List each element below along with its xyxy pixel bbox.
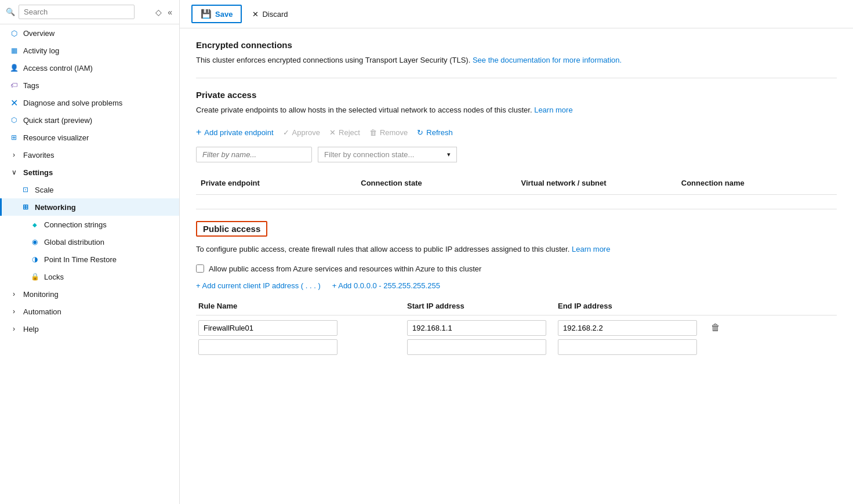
collapse-icon[interactable]: « — [166, 6, 173, 18]
scale-icon: ⊡ — [21, 185, 30, 194]
expand-icon: › — [9, 150, 19, 159]
allow-azure-services-checkbox[interactable] — [196, 264, 204, 273]
main-content: 💾 Save ✕ Discard Encrypted connections T… — [180, 0, 853, 504]
automation-expand-icon: › — [9, 307, 19, 316]
private-access-description: Create private endpoints to allow hosts … — [196, 104, 837, 116]
remove-button[interactable]: 🗑 Remove — [369, 126, 408, 139]
sidebar-item-label: Tags — [23, 81, 172, 90]
refresh-label: Refresh — [426, 128, 453, 137]
activity-log-icon: ▦ — [9, 46, 19, 55]
diamond-icon[interactable]: ◇ — [154, 6, 163, 18]
sidebar-item-scale[interactable]: ⊡ Scale — [0, 181, 179, 198]
sidebar-item-settings[interactable]: ∨ Settings — [0, 164, 179, 181]
sidebar-item-help[interactable]: › Help — [0, 320, 179, 338]
public-access-description: To configure public access, create firew… — [196, 244, 837, 255]
col-actions — [706, 302, 729, 310]
search-icon: 🔍 — [6, 8, 15, 16]
reject-icon: ✕ — [329, 128, 336, 137]
rule-name-input-empty[interactable] — [198, 339, 337, 355]
encrypted-connections-title: Encrypted connections — [196, 40, 837, 50]
sidebar-item-quick-start[interactable]: ⬡ Quick start (preview) — [0, 111, 179, 129]
private-access-section: Private access Create private endpoints … — [196, 90, 837, 195]
add-private-endpoint-label: Add private endpoint — [204, 128, 273, 137]
col-private-endpoint: Private endpoint — [196, 176, 356, 190]
delete-rule-button[interactable]: 🗑 — [709, 320, 723, 335]
private-access-actions: + Add private endpoint ✓ Approve ✕ Rejec… — [196, 125, 837, 140]
add-icon: + — [196, 127, 201, 137]
point-in-time-icon: ◑ — [30, 255, 39, 264]
sidebar-item-access-control[interactable]: 👤 Access control (IAM) — [0, 59, 179, 77]
discard-button[interactable]: ✕ Discard — [244, 7, 296, 21]
col-virtual-network: Virtual network / subnet — [517, 176, 677, 190]
sidebar-item-label: Settings — [23, 168, 172, 177]
firewall-rule-row: 🗑 — [196, 320, 837, 336]
firewall-rules-table: Rule Name Start IP address End IP addres… — [196, 302, 837, 355]
sidebar-item-label: Networking — [35, 203, 172, 212]
rule-name-cell — [196, 320, 405, 336]
filter-name-input[interactable] — [196, 147, 312, 162]
firewall-rule-row-empty — [196, 339, 837, 355]
approve-button[interactable]: ✓ Approve — [283, 126, 320, 139]
remove-label: Remove — [380, 128, 408, 137]
public-access-learn-more-link[interactable]: Learn more — [572, 245, 610, 253]
help-expand-icon: › — [9, 324, 19, 333]
sidebar-item-resource-visualizer[interactable]: ⊞ Resource visualizer — [0, 129, 179, 146]
resource-visualizer-icon: ⊞ — [9, 133, 19, 142]
search-input[interactable] — [19, 5, 135, 19]
save-button[interactable]: 💾 Save — [191, 5, 242, 23]
trash-icon: 🗑 — [711, 322, 720, 332]
sidebar-item-overview[interactable]: ⬡ Overview — [0, 24, 179, 42]
sidebar-item-point-in-time[interactable]: ◑ Point In Time Restore — [0, 251, 179, 268]
end-ip-cell-empty — [556, 339, 706, 355]
sidebar-item-automation[interactable]: › Automation — [0, 303, 179, 320]
sidebar-item-favorites[interactable]: › Favorites — [0, 146, 179, 164]
encrypted-connections-section: Encrypted connections This cluster enfor… — [196, 40, 837, 66]
tags-icon: 🏷 — [9, 81, 19, 90]
col-connection-state: Connection state — [356, 176, 516, 190]
sidebar-item-label: Access control (IAM) — [23, 64, 172, 72]
end-ip-input-empty[interactable] — [558, 339, 697, 355]
sidebar-item-label: Connection strings — [44, 220, 172, 229]
filter-state-dropdown[interactable]: Filter by connection state... ▾ — [318, 147, 457, 162]
sidebar-item-tags[interactable]: 🏷 Tags — [0, 77, 179, 94]
monitoring-expand-icon: › — [9, 289, 19, 299]
public-access-checkbox-row: Allow public access from Azure services … — [196, 264, 837, 273]
approve-label: Approve — [292, 128, 320, 137]
reject-label: Reject — [339, 128, 360, 137]
end-ip-input[interactable] — [558, 320, 697, 336]
sidebar-item-label: Help — [23, 325, 172, 333]
filter-state-label: Filter by connection state... — [324, 150, 447, 159]
sidebar-item-connection-strings[interactable]: ◆ Connection strings — [0, 216, 179, 233]
filter-row: Filter by connection state... ▾ — [196, 147, 837, 162]
encrypted-connections-link[interactable]: See the documentation for more informati… — [473, 56, 622, 64]
rule-name-input[interactable] — [198, 320, 337, 336]
refresh-button[interactable]: ↻ Refresh — [417, 126, 453, 139]
col-start-ip: Start IP address — [405, 302, 556, 310]
private-access-learn-more-link[interactable]: Learn more — [534, 106, 572, 114]
sidebar-item-networking[interactable]: ⊞ Networking — [0, 198, 179, 216]
sidebar-item-global-distribution[interactable]: ◉ Global distribution — [0, 233, 179, 251]
sidebar-item-diagnose[interactable]: ✕ Diagnose and solve problems — [0, 94, 179, 111]
save-label: Save — [215, 10, 233, 19]
firewall-table-header: Rule Name Start IP address End IP addres… — [196, 302, 837, 316]
trash-icon: 🗑 — [369, 128, 377, 137]
save-icon: 💾 — [201, 9, 212, 19]
ip-links: + Add current client IP address ( . . . … — [196, 281, 837, 290]
sidebar-item-label: Activity log — [23, 46, 172, 55]
add-client-ip-link[interactable]: + Add current client IP address ( . . . … — [196, 281, 321, 290]
toolbar: 💾 Save ✕ Discard — [180, 0, 853, 28]
add-range-link[interactable]: + Add 0.0.0.0 - 255.255.255.255 — [332, 281, 440, 290]
reject-button[interactable]: ✕ Reject — [329, 126, 360, 139]
sidebar-item-label: Scale — [35, 186, 172, 194]
search-bar: 🔍 ◇ « — [0, 0, 179, 24]
sidebar-item-monitoring[interactable]: › Monitoring — [0, 285, 179, 303]
sidebar-item-activity-log[interactable]: ▦ Activity log — [0, 42, 179, 59]
start-ip-input[interactable] — [407, 320, 546, 336]
overview-icon: ⬡ — [9, 28, 19, 38]
chevron-down-icon: ▾ — [447, 151, 451, 158]
allow-azure-services-label: Allow public access from Azure services … — [209, 264, 481, 273]
add-private-endpoint-button[interactable]: + Add private endpoint — [196, 125, 274, 140]
sidebar-item-locks[interactable]: 🔒 Locks — [0, 268, 179, 285]
start-ip-input-empty[interactable] — [407, 339, 546, 355]
public-access-section: Public access To configure public access… — [196, 221, 837, 355]
